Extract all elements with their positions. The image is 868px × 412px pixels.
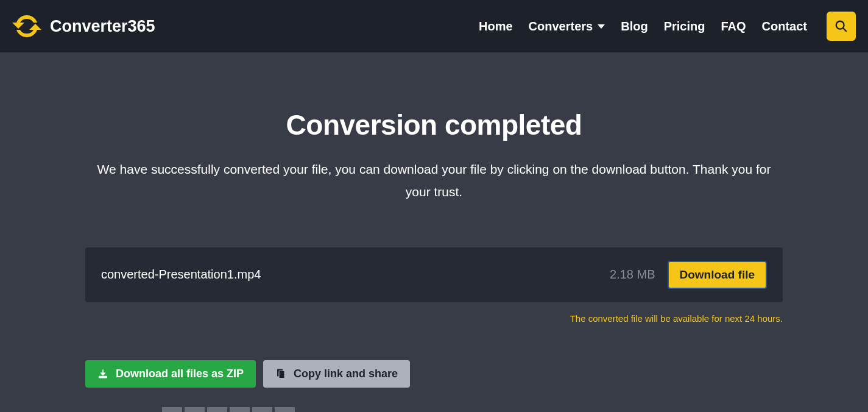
share-linkedin[interactable] bbox=[162, 407, 182, 413]
brand-name: Converter365 bbox=[50, 17, 155, 36]
download-zip-label: Download all files as ZIP bbox=[116, 368, 244, 380]
main-content: Conversion completed We have successfull… bbox=[0, 108, 868, 412]
share-email[interactable] bbox=[230, 407, 250, 413]
nav-converters[interactable]: Converters bbox=[529, 20, 605, 34]
nav-converters-label: Converters bbox=[529, 20, 593, 34]
share-icons bbox=[162, 407, 295, 413]
svg-rect-3 bbox=[279, 371, 284, 378]
page-subtitle: We have successfully converted your file… bbox=[85, 158, 783, 204]
download-file-button[interactable]: Download file bbox=[668, 261, 767, 289]
nav-pricing[interactable]: Pricing bbox=[664, 20, 705, 34]
share-more[interactable] bbox=[275, 407, 295, 413]
download-icon bbox=[97, 368, 108, 379]
nav-home[interactable]: Home bbox=[479, 20, 513, 34]
share-twitter[interactable] bbox=[185, 407, 205, 413]
search-button[interactable] bbox=[827, 12, 856, 41]
file-size: 2.18 MB bbox=[610, 268, 655, 282]
header: Converter365 Home Converters Blog Pricin… bbox=[0, 0, 868, 52]
download-zip-button[interactable]: Download all files as ZIP bbox=[85, 360, 256, 388]
nav-contact[interactable]: Contact bbox=[762, 20, 807, 34]
copy-link-label: Copy link and share bbox=[294, 368, 398, 380]
page-title: Conversion completed bbox=[85, 108, 783, 141]
copy-icon bbox=[275, 368, 286, 379]
share-skype[interactable] bbox=[252, 407, 272, 413]
nav-faq[interactable]: FAQ bbox=[721, 20, 746, 34]
action-buttons: Download all files as ZIP Copy link and … bbox=[85, 360, 783, 388]
nav-blog[interactable]: Blog bbox=[621, 20, 647, 34]
copy-link-button[interactable]: Copy link and share bbox=[263, 360, 410, 388]
chevron-down-icon bbox=[598, 24, 605, 29]
converter-logo-icon bbox=[12, 12, 41, 41]
file-row: converted-Presentation1.mp4 2.18 MB Down… bbox=[85, 247, 783, 302]
main-nav: Home Converters Blog Pricing FAQ Contact bbox=[479, 12, 856, 41]
file-name: converted-Presentation1.mp4 bbox=[101, 268, 610, 282]
share-section: Share your file bbox=[85, 407, 783, 413]
logo[interactable]: Converter365 bbox=[12, 12, 155, 41]
share-whatsapp[interactable] bbox=[207, 407, 227, 413]
search-icon bbox=[834, 20, 848, 33]
availability-notice: The converted file will be available for… bbox=[85, 313, 783, 324]
svg-line-1 bbox=[843, 28, 847, 32]
